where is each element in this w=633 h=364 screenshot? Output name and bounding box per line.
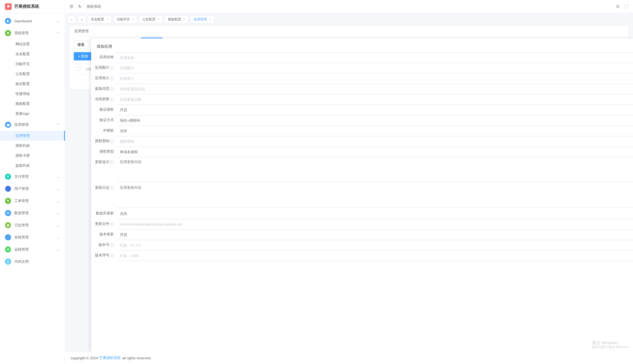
refresh-icon[interactable]: ↻ xyxy=(78,4,82,9)
sidebar-item-label: 数据管理 xyxy=(14,211,57,216)
form-input-3[interactable] xyxy=(117,84,633,94)
topbar: ☰ ↻ ⚙ ⛶ xyxy=(65,0,633,13)
form-label: 授权类型 xyxy=(91,147,117,154)
form-select-12[interactable]: 关闭 xyxy=(117,209,633,219)
form-label: 应用简介i xyxy=(91,73,117,81)
sidebar-child-feature[interactable]: 功能开关 xyxy=(0,59,65,69)
add-button[interactable]: ＋ 添加 xyxy=(74,52,92,60)
sidebar-child-logo[interactable]: 更换logo xyxy=(0,109,65,119)
form-label: 版本序号i xyxy=(91,251,117,258)
form-textarea-11[interactable] xyxy=(117,183,633,208)
collapse-icon[interactable]: ☰ xyxy=(70,4,73,9)
tab-label: 实名配置 xyxy=(91,17,104,22)
sidebar-child-pirate[interactable]: 盗版列表 xyxy=(0,161,65,171)
form-input-4[interactable] xyxy=(117,94,633,105)
form-input-15[interactable] xyxy=(117,240,633,251)
sidebar-child-template[interactable]: 模板配置 xyxy=(0,99,65,109)
form-textarea-10[interactable] xyxy=(117,157,633,182)
select-all-checkbox[interactable] xyxy=(74,67,83,71)
sidebar-child-website[interactable]: 网站设置 xyxy=(0,39,65,49)
tab-label: 功能开关 xyxy=(117,17,130,22)
sidebar-item-user[interactable]: 👤 用户管理 ⌄ xyxy=(0,183,65,195)
tab-realname[interactable]: 实名配置× xyxy=(88,15,111,23)
info-icon[interactable]: i xyxy=(110,66,114,70)
tab-notice[interactable]: 公告配置× xyxy=(139,15,163,23)
sidebar-item-label: 代码文档 xyxy=(14,259,60,264)
info-icon[interactable]: i xyxy=(110,243,114,247)
chevron-down-icon: ⌄ xyxy=(57,248,60,252)
info-icon[interactable]: i xyxy=(110,222,114,226)
close-icon[interactable]: × xyxy=(132,17,134,21)
form-label: 盗版信息i xyxy=(91,84,117,91)
sidebar-child-verify[interactable]: 验证配置 xyxy=(0,79,65,89)
info-icon[interactable]: i xyxy=(110,87,114,91)
fullscreen-icon[interactable]: ⛶ xyxy=(624,4,629,9)
sidebar-item-system[interactable]: ✿ 系统管理 ⌃ xyxy=(0,27,65,39)
sidebar-child-authlist[interactable]: 授权列表 xyxy=(0,141,65,151)
settings-icon[interactable]: ⚙ xyxy=(616,4,619,9)
form-select-9[interactable]: 单域名授权 xyxy=(117,147,633,157)
info-icon[interactable]: i xyxy=(110,97,114,101)
tab-prev-button[interactable]: ‹ xyxy=(68,15,76,23)
sidebar-item-label: 用户管理 xyxy=(14,186,57,191)
sidebar-child-realname[interactable]: 实名配置 xyxy=(0,49,65,59)
sidebar-item-label: 系统管理 xyxy=(14,31,57,36)
form-input-2[interactable] xyxy=(117,73,633,84)
sidebar-item-doc[interactable]: {} 代码文档 xyxy=(0,256,65,268)
sidebar-item-data[interactable]: ⛁ 数据管理 ⌄ xyxy=(0,207,65,219)
chevron-up-icon: ⌃ xyxy=(57,123,60,127)
doc-icon: {} xyxy=(5,259,11,265)
remote-icon: ⟲ xyxy=(5,246,11,253)
sidebar-item-label: 友链管理 xyxy=(14,235,57,240)
form-input-0[interactable] xyxy=(117,52,633,63)
tab-label: 模板配置 xyxy=(168,17,181,22)
sidebar-child-appmgmt[interactable]: 应用管理 xyxy=(0,131,65,141)
info-icon[interactable]: i xyxy=(110,160,114,164)
tab-template[interactable]: 模板配置× xyxy=(165,15,188,23)
search-button[interactable]: 搜索 xyxy=(74,41,88,49)
form-select-7[interactable]: 关闭 xyxy=(117,126,633,136)
form-label: 验证授权 xyxy=(91,105,117,112)
form-select-14[interactable]: 开启 xyxy=(117,230,633,240)
info-icon[interactable]: i xyxy=(110,254,114,257)
close-icon[interactable]: × xyxy=(209,17,211,21)
tab-appmgmt[interactable]: 应用管理× xyxy=(191,15,214,23)
close-icon[interactable]: × xyxy=(158,17,160,21)
tab-home[interactable]: ⌂ xyxy=(78,15,86,23)
form-input-8[interactable] xyxy=(117,136,633,147)
form-input-16[interactable] xyxy=(117,251,633,261)
sidebar-item-pay[interactable]: ¥ 支付管理 ⌄ xyxy=(0,171,65,183)
chevron-down-icon: ⌄ xyxy=(57,199,60,203)
sidebar-item-link[interactable]: 🔗 友链管理 ⌄ xyxy=(0,231,65,243)
form-input-1[interactable] xyxy=(117,63,633,73)
form-select-6[interactable]: 域名+授权码 xyxy=(117,115,633,126)
tabbar: ‹ ⌂ 实名配置× 功能开关× 公告配置× 模板配置× 应用管理× xyxy=(65,13,633,25)
sidebar: 芒果授权系统 ◐ Dashboard ⌄ ✿ 系统管理 ⌃ 网站设置 实名配置 … xyxy=(0,0,65,364)
sidebar-item-dashboard[interactable]: ◐ Dashboard ⌄ xyxy=(0,15,65,27)
form-label: 更新文件i xyxy=(91,219,117,226)
close-icon[interactable]: × xyxy=(106,17,108,21)
sidebar-child-authcard[interactable]: 授权卡密 xyxy=(0,151,65,161)
panel-title: 应用管理 xyxy=(70,26,628,37)
brand: 芒果授权系统 xyxy=(0,0,65,13)
info-icon[interactable]: i xyxy=(110,139,114,143)
sidebar-item-ticket[interactable]: ✎ 工单管理 ⌄ xyxy=(0,195,65,207)
form-select-5[interactable]: 开启 xyxy=(117,105,633,115)
tab-label: 应用管理 xyxy=(194,17,207,22)
form-label: IP授权 xyxy=(91,126,117,133)
close-icon[interactable]: × xyxy=(183,17,185,21)
sidebar-item-app[interactable]: ▦ 应用管理 ⌃ xyxy=(0,119,65,131)
info-icon[interactable]: i xyxy=(110,186,114,190)
sidebar-item-log[interactable]: ≣ 日志管理 ⌄ xyxy=(0,219,65,231)
tab-feature[interactable]: 功能开关× xyxy=(114,15,137,23)
brand-icon xyxy=(5,3,12,10)
sidebar-item-label: 日志管理 xyxy=(14,223,57,228)
sidebar-item-label: 工单管理 xyxy=(14,198,57,203)
sidebar-child-notice[interactable]: 公告配置 xyxy=(0,69,65,79)
sidebar-item-remote[interactable]: ⟲ 远程管理 ⌄ xyxy=(0,243,65,256)
form-label: 更新提示i xyxy=(91,157,117,164)
info-icon[interactable]: i xyxy=(110,76,114,80)
form-input-13[interactable] xyxy=(117,219,633,230)
footer-link[interactable]: 芒果授权系统 xyxy=(99,355,121,360)
sidebar-child-quicklogin[interactable]: 快捷登陆 xyxy=(0,89,65,99)
